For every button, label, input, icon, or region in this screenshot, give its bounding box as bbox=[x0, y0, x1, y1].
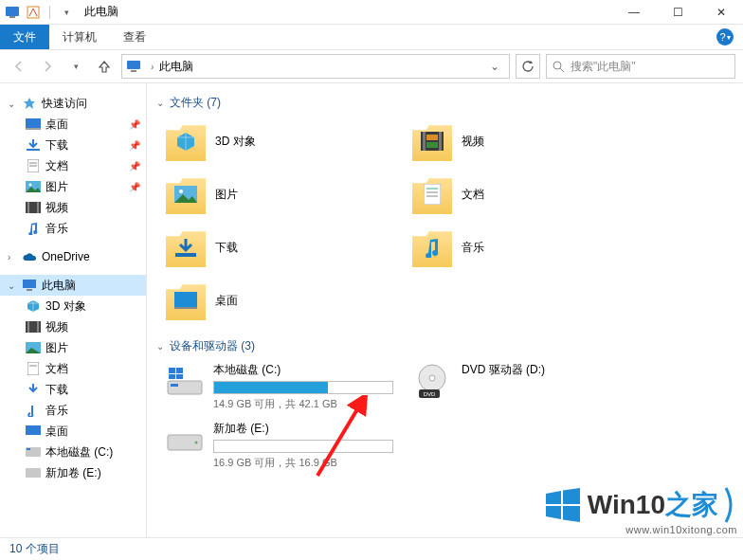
tree-videos[interactable]: 视频 bbox=[0, 197, 146, 218]
chevron-down-icon[interactable]: ⌄ bbox=[156, 341, 164, 352]
desktop-icon bbox=[25, 116, 42, 133]
svg-rect-0 bbox=[6, 7, 19, 16]
status-item-count: 10 个项目 bbox=[9, 541, 60, 557]
svg-rect-3 bbox=[127, 61, 140, 69]
folder-downloads[interactable]: 下载 bbox=[166, 225, 384, 270]
pin-icon: 📌 bbox=[129, 182, 140, 192]
svg-rect-48 bbox=[169, 374, 175, 379]
drive-usage-text: 14.9 GB 可用，共 42.1 GB bbox=[213, 397, 393, 411]
search-placeholder: 搜索"此电脑" bbox=[571, 59, 636, 75]
svg-rect-16 bbox=[27, 202, 29, 213]
nav-recent-dropdown[interactable]: ▾ bbox=[64, 55, 87, 78]
refresh-button[interactable] bbox=[516, 54, 540, 79]
svg-rect-43 bbox=[174, 307, 197, 309]
tree-drive-e[interactable]: 新加卷 (E:) bbox=[0, 462, 146, 483]
help-button[interactable]: ?▾ bbox=[716, 28, 734, 45]
svg-rect-28 bbox=[27, 448, 30, 450]
bracket-icon bbox=[724, 486, 737, 524]
nav-back-button[interactable] bbox=[8, 55, 30, 78]
cube-icon bbox=[25, 298, 42, 315]
chevron-right-icon[interactable]: › bbox=[8, 252, 17, 262]
tree-onedrive[interactable]: › OneDrive bbox=[0, 246, 146, 267]
chevron-down-icon[interactable]: ⌄ bbox=[8, 280, 17, 291]
drive-dvd[interactable]: DVD DVD 驱动器 (D:) bbox=[412, 362, 630, 411]
video-icon bbox=[25, 199, 42, 216]
folder-videos[interactable]: 视频 bbox=[412, 118, 630, 164]
svg-rect-33 bbox=[426, 135, 438, 140]
tree-desktop2[interactable]: 桌面 bbox=[0, 421, 146, 442]
section-folders[interactable]: ⌄ 文件夹 (7) bbox=[156, 95, 734, 111]
drive-e[interactable]: 新加卷 (E:) 16.9 GB 可用，共 16.9 GB bbox=[166, 421, 384, 470]
search-input[interactable]: 搜索"此电脑" bbox=[546, 54, 735, 79]
folder-3d-objects[interactable]: 3D 对象 bbox=[166, 118, 384, 164]
svg-text:DVD: DVD bbox=[424, 391, 436, 397]
folder-desktop[interactable]: 桌面 bbox=[166, 278, 384, 323]
svg-rect-9 bbox=[27, 149, 40, 151]
folder-pictures[interactable]: 图片 bbox=[166, 172, 384, 217]
pin-icon: 📌 bbox=[129, 119, 140, 130]
svg-point-36 bbox=[179, 190, 183, 193]
minimize-button[interactable]: — bbox=[612, 0, 656, 25]
chevron-down-icon[interactable]: ⌄ bbox=[156, 98, 164, 108]
folder-icon bbox=[412, 174, 452, 214]
tree-quick-access[interactable]: ⌄ 快速访问 bbox=[0, 93, 146, 114]
tree-desktop[interactable]: 桌面📌 bbox=[0, 114, 146, 135]
tree-pictures2[interactable]: 图片 bbox=[0, 337, 146, 358]
tree-documents[interactable]: 文档📌 bbox=[0, 155, 146, 176]
navigation-tree: ⌄ 快速访问 桌面📌 下载📌 文档📌 图片📌 视频 音乐 › OneDrive … bbox=[0, 83, 147, 537]
star-icon bbox=[21, 95, 38, 112]
music-icon bbox=[25, 220, 42, 237]
svg-rect-18 bbox=[23, 280, 36, 288]
drive-name: 本地磁盘 (C:) bbox=[213, 362, 393, 378]
tab-view[interactable]: 查看 bbox=[110, 25, 159, 49]
tree-music2[interactable]: 音乐 bbox=[0, 400, 146, 421]
picture-icon bbox=[25, 339, 42, 356]
dvd-icon: DVD bbox=[412, 362, 452, 402]
chevron-right-icon[interactable]: › bbox=[151, 62, 154, 72]
folder-documents[interactable]: 文档 bbox=[412, 172, 630, 217]
chevron-down-icon[interactable]: ⌄ bbox=[8, 99, 17, 109]
tree-documents2[interactable]: 文档 bbox=[0, 358, 146, 379]
section-devices[interactable]: ⌄ 设备和驱动器 (3) bbox=[156, 338, 734, 354]
maximize-button[interactable]: ☐ bbox=[656, 0, 699, 25]
svg-rect-46 bbox=[169, 368, 175, 373]
content-pane: ⌄ 文件夹 (7) 3D 对象 视频 图片 文档 下载 bbox=[147, 83, 743, 537]
tree-this-pc[interactable]: ⌄ 此电脑 bbox=[0, 275, 146, 296]
svg-rect-26 bbox=[26, 425, 41, 435]
tab-file[interactable]: 文件 bbox=[0, 25, 49, 49]
video-icon bbox=[25, 318, 42, 335]
qat-properties-icon[interactable] bbox=[25, 4, 42, 21]
tree-videos2[interactable]: 视频 bbox=[0, 316, 146, 337]
svg-point-55 bbox=[195, 442, 198, 444]
folder-icon bbox=[412, 227, 452, 267]
svg-rect-22 bbox=[37, 321, 39, 333]
svg-rect-17 bbox=[37, 202, 39, 213]
pc-icon bbox=[21, 277, 38, 294]
qat-dropdown-icon[interactable]: ▾ bbox=[58, 4, 75, 21]
desktop-icon bbox=[25, 423, 42, 440]
tab-computer[interactable]: 计算机 bbox=[49, 25, 110, 49]
drive-icon bbox=[166, 421, 204, 461]
music-icon bbox=[25, 402, 42, 419]
tree-downloads[interactable]: 下载📌 bbox=[0, 135, 146, 155]
tree-downloads2[interactable]: 下载 bbox=[0, 379, 146, 400]
svg-rect-31 bbox=[423, 132, 426, 151]
nav-forward-button[interactable] bbox=[36, 55, 59, 78]
svg-point-5 bbox=[553, 62, 561, 69]
tree-music[interactable]: 音乐 bbox=[0, 218, 146, 239]
drive-icon bbox=[166, 362, 204, 402]
tree-pictures[interactable]: 图片📌 bbox=[0, 176, 146, 197]
tree-drive-c[interactable]: 本地磁盘 (C:) bbox=[0, 442, 146, 462]
usage-bar bbox=[213, 440, 393, 453]
window-title: 此电脑 bbox=[84, 4, 118, 20]
nav-up-button[interactable] bbox=[93, 55, 116, 78]
folder-icon bbox=[166, 121, 206, 161]
address-dropdown-icon[interactable]: ⌄ bbox=[484, 60, 505, 73]
tree-3d-objects[interactable]: 3D 对象 bbox=[0, 296, 146, 316]
cloud-icon bbox=[21, 248, 38, 265]
drive-c[interactable]: 本地磁盘 (C:) 14.9 GB 可用，共 42.1 GB bbox=[166, 362, 384, 411]
folder-music[interactable]: 音乐 bbox=[412, 225, 630, 270]
close-button[interactable]: ✕ bbox=[699, 0, 743, 25]
address-bar[interactable]: › 此电脑 ⌄ bbox=[121, 54, 510, 79]
picture-icon bbox=[25, 178, 42, 195]
